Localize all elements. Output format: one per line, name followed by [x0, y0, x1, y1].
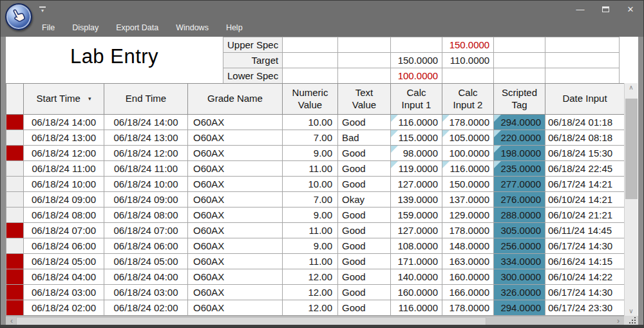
cell-grade-name[interactable]: O60AX: [188, 130, 283, 146]
cell-date-input[interactable]: 06/16/24 14:15: [545, 254, 625, 269]
cell-text-value[interactable]: Good: [338, 300, 391, 316]
cell-scripted-tag[interactable]: 334.0000: [494, 254, 545, 269]
cell-scripted-tag[interactable]: 220.0000: [494, 130, 545, 146]
cell-start-time[interactable]: 06/18/24 06:00: [24, 238, 104, 254]
cell-date-input[interactable]: 06/18/24 15:30: [545, 146, 625, 161]
cell-calc-input-1[interactable]: 159.0000: [391, 207, 442, 223]
cell-calc-input-2[interactable]: 166.0000: [442, 285, 494, 300]
cell-end-time[interactable]: 06/18/24 03:00: [104, 285, 188, 300]
cell-start-time[interactable]: 06/18/24 08:00: [24, 207, 104, 223]
cell-grade-name[interactable]: O60AX: [188, 192, 283, 207]
cell-date-input[interactable]: 06/10/24 14:22: [545, 269, 625, 285]
cell-text-value[interactable]: Good: [338, 115, 391, 130]
cell-calc-input-2[interactable]: 148.0000: [442, 238, 494, 254]
cell-start-time[interactable]: 06/18/24 05:00: [24, 254, 104, 269]
cell-calc-input-1[interactable]: 115.0000: [391, 130, 442, 146]
spec-value-cell[interactable]: 100.0000: [391, 68, 442, 84]
row-indicator[interactable]: [6, 207, 24, 223]
cell-numeric-value[interactable]: 9.00: [283, 207, 338, 223]
close-button[interactable]: ✕: [625, 5, 636, 14]
cell-calc-input-1[interactable]: 108.0000: [391, 238, 442, 254]
cell-start-time[interactable]: 06/18/24 10:00: [24, 177, 104, 192]
cell-date-input[interactable]: 06/10/24 14:21: [545, 192, 625, 207]
header-grade-name[interactable]: Grade Name: [188, 84, 283, 115]
cell-numeric-value[interactable]: 7.00: [283, 130, 338, 146]
cell-date-input[interactable]: 06/17/24 14:21: [545, 177, 625, 192]
quick-access-dropdown[interactable]: ▾: [39, 6, 46, 14]
spec-value-cell[interactable]: [494, 37, 545, 53]
cell-date-input[interactable]: 06/11/24 14:45: [545, 223, 625, 238]
title-bar[interactable]: — ✕: [1, 1, 643, 19]
cell-calc-input-1[interactable]: 139.0000: [391, 192, 442, 207]
spec-value-cell[interactable]: [545, 53, 620, 68]
cell-end-time[interactable]: 06/18/24 13:00: [104, 130, 188, 146]
cell-calc-input-1[interactable]: 119.0000: [391, 161, 442, 177]
cell-numeric-value[interactable]: 9.00: [283, 146, 338, 161]
cell-end-time[interactable]: 06/18/24 07:00: [104, 223, 188, 238]
cell-text-value[interactable]: Good: [338, 207, 391, 223]
cell-numeric-value[interactable]: 10.00: [283, 115, 338, 130]
spec-value-cell[interactable]: [545, 37, 620, 53]
cell-numeric-value[interactable]: 12.00: [283, 300, 338, 316]
cell-calc-input-1[interactable]: 160.0000: [391, 285, 442, 300]
cell-scripted-tag[interactable]: 198.0000: [494, 146, 545, 161]
cell-calc-input-2[interactable]: 178.0000: [442, 223, 494, 238]
cell-grade-name[interactable]: O60AX: [188, 238, 283, 254]
cell-calc-input-2[interactable]: 100.0000: [442, 146, 494, 161]
cell-scripted-tag[interactable]: 276.0000: [494, 192, 545, 207]
cell-grade-name[interactable]: O60AX: [188, 161, 283, 177]
header-calc-input-2[interactable]: Calc Input 2: [442, 84, 494, 115]
cell-numeric-value[interactable]: 9.00: [283, 238, 338, 254]
sort-arrow-icon[interactable]: ▾: [88, 95, 91, 102]
spec-value-cell[interactable]: [545, 68, 620, 84]
cell-calc-input-2[interactable]: 129.0000: [442, 207, 494, 223]
header-calc-input-1[interactable]: Calc Input 1: [391, 84, 442, 115]
row-indicator[interactable]: [6, 254, 24, 269]
cell-calc-input-1[interactable]: 98.0000: [391, 146, 442, 161]
cell-start-time[interactable]: 06/18/24 11:00: [24, 161, 104, 177]
cell-date-input[interactable]: 06/18/24 01:18: [545, 115, 625, 130]
row-indicator[interactable]: [6, 115, 24, 130]
spec-value-cell[interactable]: [442, 68, 494, 84]
spec-value-cell[interactable]: [283, 37, 338, 53]
cell-scripted-tag[interactable]: 326.0000: [494, 285, 545, 300]
spec-value-cell[interactable]: 110.0000: [442, 53, 494, 68]
row-indicator[interactable]: [6, 161, 24, 177]
cell-grade-name[interactable]: O60AX: [188, 223, 283, 238]
cell-grade-name[interactable]: O60AX: [188, 146, 283, 161]
cell-scripted-tag[interactable]: 235.0000: [494, 161, 545, 177]
cell-text-value[interactable]: Good: [338, 254, 391, 269]
cell-grade-name[interactable]: O60AX: [188, 300, 283, 316]
cell-calc-input-2[interactable]: 178.0000: [442, 115, 494, 130]
spec-value-cell[interactable]: [494, 68, 545, 84]
cell-calc-input-1[interactable]: 116.0000: [391, 300, 442, 316]
cell-start-time[interactable]: 06/18/24 12:00: [24, 146, 104, 161]
row-indicator[interactable]: [6, 285, 24, 300]
cell-text-value[interactable]: Okay: [338, 192, 391, 207]
cell-calc-input-1[interactable]: 127.0000: [391, 223, 442, 238]
spec-value-cell[interactable]: [494, 53, 545, 68]
cell-numeric-value[interactable]: 10.00: [283, 177, 338, 192]
maximize-button[interactable]: [600, 5, 611, 14]
cell-calc-input-2[interactable]: 105.0000: [442, 130, 494, 146]
cell-grade-name[interactable]: O60AX: [188, 269, 283, 285]
spec-value-cell[interactable]: 150.0000: [442, 37, 494, 53]
row-indicator[interactable]: [6, 300, 24, 316]
spec-value-cell[interactable]: [338, 37, 391, 53]
spec-value-cell[interactable]: [283, 68, 338, 84]
menu-item-export-data[interactable]: Export Data: [116, 23, 158, 32]
cell-date-input[interactable]: 06/10/24 21:21: [545, 207, 625, 223]
cell-end-time[interactable]: 06/18/24 02:00: [104, 300, 188, 316]
row-indicator[interactable]: [6, 269, 24, 285]
cell-scripted-tag[interactable]: 256.0000: [494, 238, 545, 254]
vertical-scrollbar-thumb[interactable]: [625, 99, 638, 199]
row-indicator[interactable]: [6, 177, 24, 192]
spec-value-cell[interactable]: [338, 68, 391, 84]
menu-item-file[interactable]: File: [42, 23, 55, 32]
scroll-down-icon[interactable]: ∨: [625, 307, 638, 316]
cell-text-value[interactable]: Good: [338, 238, 391, 254]
cell-scripted-tag[interactable]: 294.0000: [494, 115, 545, 130]
cell-calc-input-2[interactable]: 150.0000: [442, 177, 494, 192]
spec-value-cell[interactable]: [283, 53, 338, 68]
scroll-up-icon[interactable]: ∧: [625, 83, 638, 92]
